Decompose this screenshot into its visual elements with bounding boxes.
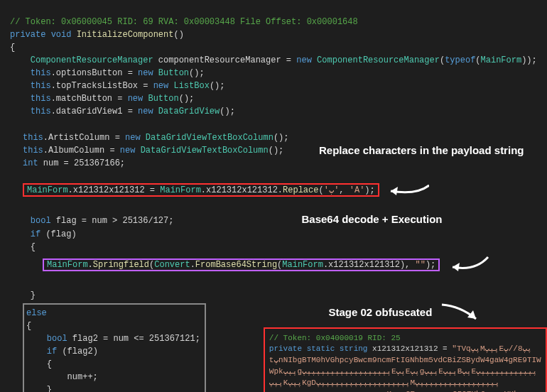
if-flag-line: if (flag) bbox=[10, 229, 77, 239]
base64-arrow-icon bbox=[450, 256, 489, 274]
replace-label: Replace characters in the payload string bbox=[319, 144, 524, 156]
int-num-line: int num = 251367166; bbox=[23, 158, 125, 168]
springfield-box: MainForm.Springfield(Convert.FromBase64S… bbox=[43, 258, 440, 271]
assign-line-2: this.topTracksListBox = new ListBox(); bbox=[10, 81, 225, 91]
token-comment: // Token: 0x06000045 RID: 69 RVA: 0x0000… bbox=[10, 17, 358, 27]
base64-label: Base64 decode + Execution bbox=[301, 213, 442, 225]
assign-line-6: this.AlbumColumn = new DataGridViewTextB… bbox=[23, 146, 283, 156]
bool-flag-line: bool flag = num > 25136/127; bbox=[10, 216, 173, 226]
assign-line-5: this.ArtistColumn = new DataGridViewText… bbox=[23, 133, 288, 143]
obfuscated-box: // Token: 0x04000019 RID: 25 private sta… bbox=[264, 327, 547, 393]
assign-line-0: ComponentResourceManager componentResour… bbox=[10, 55, 537, 65]
open-brace: { bbox=[10, 43, 15, 53]
inner-brace-close: } bbox=[10, 290, 36, 300]
assign-line-3: this.matchButton = new Button(); bbox=[10, 94, 194, 104]
stage-label: Stage 02 obfuscated bbox=[328, 306, 432, 318]
junk-code: else { bool flag2 = num <= 251367121; if… bbox=[26, 307, 200, 393]
inner-brace-open: { bbox=[10, 242, 36, 252]
assign-line-1: this.optionsButton = new Button(); bbox=[10, 68, 205, 78]
method-decl-line: private void InitializeComponent() bbox=[10, 30, 184, 40]
assign-line-4: this.dataGridView1 = new DataGridView(); bbox=[10, 107, 235, 116]
junk-box: else { bool flag2 = num <= 251367121; if… bbox=[23, 303, 206, 393]
stage-arrow-icon bbox=[439, 302, 482, 323]
replace-box: MainForm.x121312x121312 = MainForm.x1213… bbox=[23, 183, 379, 197]
replace-arrow-icon bbox=[389, 183, 429, 197]
